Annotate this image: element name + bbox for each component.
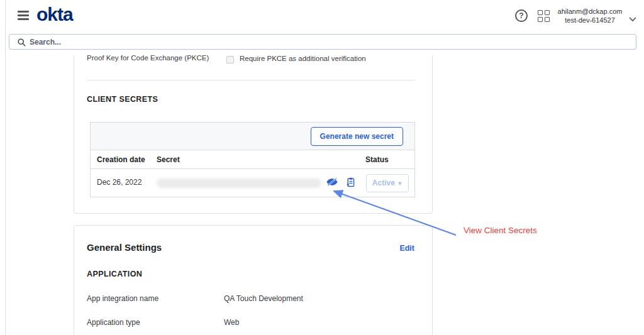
table-header-row: Creation date Secret Status (91, 150, 414, 169)
application-type-label: Application type (87, 318, 140, 327)
masked-secret (157, 178, 321, 188)
section-divider (87, 80, 415, 80)
window-edge-divider (5, 0, 6, 335)
help-glyph: ? (519, 11, 523, 20)
app-integration-name-label: App integration name (87, 294, 158, 303)
hamburger-menu-icon[interactable] (18, 11, 29, 20)
search-bar (9, 34, 636, 50)
application-section-heading: APPLICATION (87, 270, 142, 278)
column-creation-date: Creation date (97, 150, 145, 169)
annotation-arrow (324, 185, 472, 241)
application-type-value: Web (224, 318, 239, 327)
search-input[interactable] (30, 35, 627, 48)
annotation-view-client-secrets: View Client Secrets (464, 226, 537, 235)
client-secrets-heading: CLIENT SECRETS (87, 95, 158, 104)
top-header: okta ? ahilanm@dckap.com test-dev-614527 (0, 0, 644, 55)
table-toolbar: Generate new secret (91, 123, 414, 150)
column-status: Status (365, 150, 389, 169)
edit-link[interactable]: Edit (399, 244, 414, 253)
search-icon (18, 38, 26, 49)
column-secret: Secret (157, 150, 180, 169)
account-org: test-dev-614527 (553, 16, 626, 25)
chevron-down-icon[interactable] (629, 13, 636, 25)
creation-date-value: Dec 26, 2022 (97, 178, 142, 187)
pkce-checkbox[interactable] (226, 56, 234, 63)
account-email: ahilanm@dckap.com (553, 7, 626, 16)
apps-grid-icon[interactable] (538, 10, 550, 23)
generate-new-secret-button[interactable]: Generate new secret (311, 127, 403, 146)
app-integration-name-value: QA Touch Development (224, 294, 303, 303)
help-icon[interactable]: ? (515, 9, 528, 22)
okta-logo: okta (36, 4, 73, 25)
general-settings-card: General Settings Edit APPLICATION App in… (74, 225, 433, 335)
pkce-checkbox-label: Require PKCE as additional verification (240, 55, 366, 62)
account-menu[interactable]: ahilanm@dckap.com test-dev-614527 (553, 7, 626, 25)
general-settings-heading: General Settings (87, 242, 162, 253)
